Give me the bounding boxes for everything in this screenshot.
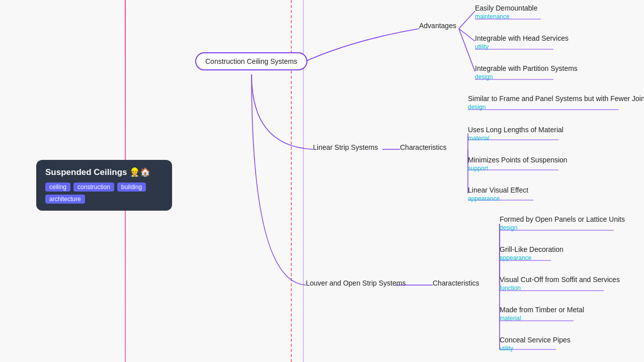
node-conceal-service: Conceal Service Pipes utility (500, 336, 571, 352)
node-characteristics-2-label: Characteristics (433, 279, 479, 287)
node-uses-long-label: Uses Long Lengths of Material (468, 126, 564, 134)
tags-container: ceiling construction building architectu… (45, 183, 163, 204)
node-formed-open: Formed by Open Panels or Lattice Units d… (500, 215, 625, 231)
node-uses-long-tag: material (468, 135, 564, 142)
node-characteristics-1-label: Characteristics (400, 143, 447, 151)
node-advantages-label: Advantages (419, 22, 456, 30)
node-linear-visual: Linear Visual Effect appearance (468, 186, 528, 202)
tag-panel-title: Suspended Ceilings 👷🏠 (45, 167, 163, 177)
node-minimizes-points: Minimizes Points of Suspension support (468, 156, 568, 172)
node-minimizes-points-tag: support (468, 165, 568, 172)
node-formed-open-label: Formed by Open Panels or Lattice Units (500, 215, 625, 223)
node-minimizes-points-label: Minimizes Points of Suspension (468, 156, 568, 164)
node-grill-like: Grill-Like Decoration appearance (500, 245, 564, 261)
node-louver-open: Louver and Open Strip Systems (306, 279, 406, 288)
node-integrable-partition-label: Integrable with Partition Systems (475, 64, 578, 72)
node-advantages: Advantages (419, 21, 456, 30)
node-made-timber: Made from Timber or Metal material (500, 306, 584, 322)
node-grill-like-tag: appearance (500, 254, 564, 261)
node-grill-like-label: Grill-Like Decoration (500, 245, 564, 253)
node-easily-demountable-tag: maintenance (475, 13, 538, 20)
tag-construction[interactable]: construction (73, 183, 114, 192)
node-visual-cutoff-label: Visual Cut-Off from Soffit and Services (500, 276, 620, 284)
node-easily-demountable: Easily Demountable maintenance (475, 4, 538, 20)
node-linear-strip: Linear Strip Systems (313, 143, 378, 152)
node-similar-frame-tag: design (468, 104, 644, 111)
node-integrable-partition-tag: design (475, 73, 578, 80)
tag-panel: Suspended Ceilings 👷🏠 ceiling constructi… (36, 160, 172, 211)
tag-architecture[interactable]: architecture (45, 195, 85, 204)
svg-line-0 (459, 11, 475, 29)
node-construction-ceiling-systems[interactable]: Construction Ceiling Systems (195, 52, 307, 70)
node-louver-open-label: Louver and Open Strip Systems (306, 279, 406, 287)
node-construction-ceiling-systems-label: Construction Ceiling Systems (205, 57, 297, 65)
node-characteristics-1: Characteristics (400, 143, 447, 152)
node-integrable-head-tag: utility (475, 43, 569, 50)
node-similar-frame-label: Similar to Frame and Panel Systems but w… (468, 95, 644, 103)
node-visual-cutoff-tag: function (500, 285, 620, 292)
node-linear-strip-label: Linear Strip Systems (313, 143, 378, 151)
node-uses-long: Uses Long Lengths of Material material (468, 126, 564, 142)
node-easily-demountable-label: Easily Demountable (475, 4, 538, 12)
node-conceal-service-label: Conceal Service Pipes (500, 336, 571, 344)
tag-ceiling[interactable]: ceiling (45, 183, 70, 192)
node-characteristics-2: Characteristics (433, 279, 479, 288)
node-similar-frame: Similar to Frame and Panel Systems but w… (468, 95, 644, 111)
svg-line-1 (459, 29, 475, 41)
tag-building[interactable]: building (117, 183, 146, 192)
node-visual-cutoff: Visual Cut-Off from Soffit and Services … (500, 276, 620, 292)
node-integrable-head: Integrable with Head Services utility (475, 34, 569, 50)
svg-line-2 (459, 29, 475, 71)
node-made-timber-label: Made from Timber or Metal (500, 306, 584, 314)
node-made-timber-tag: material (500, 315, 584, 322)
node-integrable-head-label: Integrable with Head Services (475, 34, 569, 42)
node-formed-open-tag: design (500, 224, 625, 231)
node-integrable-partition: Integrable with Partition Systems design (475, 64, 578, 80)
node-linear-visual-tag: appearance (468, 195, 528, 202)
node-conceal-service-tag: utility (500, 345, 571, 352)
node-linear-visual-label: Linear Visual Effect (468, 186, 528, 194)
